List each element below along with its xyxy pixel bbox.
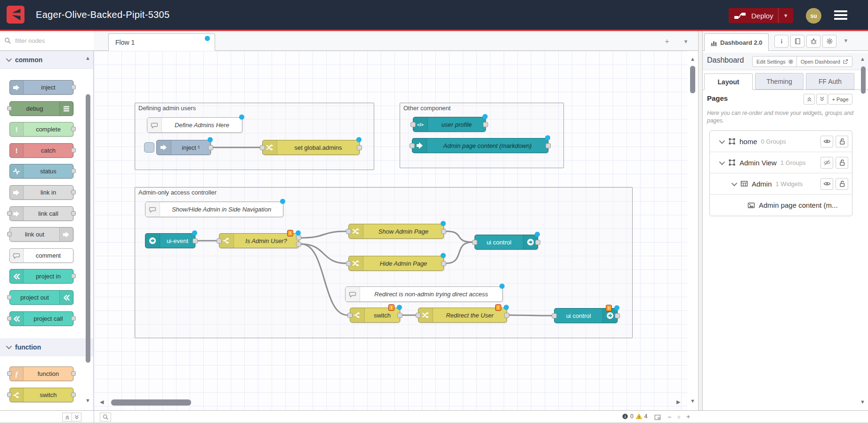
flow-node-set-global-admins[interactable]: set global.admins <box>262 140 360 155</box>
input-port[interactable] <box>7 316 12 321</box>
input-port[interactable] <box>472 240 477 245</box>
output-port[interactable] <box>71 211 76 216</box>
input-port[interactable] <box>410 122 416 127</box>
flow-node-ui-event[interactable]: ui-event <box>145 233 195 248</box>
tab-dashboard-2[interactable]: Dashboard 2.0 <box>704 33 769 51</box>
output-port[interactable] <box>397 313 402 318</box>
tab-theming[interactable]: Theming <box>755 73 804 89</box>
canvas-scroll-left-icon[interactable]: ◀ <box>100 399 104 405</box>
output-port[interactable] <box>193 238 198 244</box>
sidebar-menu-caret-icon[interactable]: ▼ <box>840 35 852 46</box>
main-menu-icon[interactable] <box>834 10 847 20</box>
output-port[interactable] <box>504 313 509 318</box>
deploy-caret-icon[interactable]: ▼ <box>778 8 793 23</box>
chevron-down-icon[interactable] <box>731 180 738 186</box>
zoom-in-button[interactable]: ＋ <box>683 413 693 421</box>
palette-node-status[interactable]: status <box>9 164 73 179</box>
sidebar-scroll-down-icon[interactable]: ▼ <box>860 399 865 405</box>
visibility-toggle-button[interactable] <box>820 136 833 147</box>
output-port[interactable] <box>535 240 540 245</box>
flow-node-user-profile[interactable]: </>user profile <box>413 117 486 132</box>
palette-scroll-down-icon[interactable]: ▼ <box>85 398 90 403</box>
flow-canvas[interactable]: Defining admin usersOther componentAdmin… <box>94 51 687 410</box>
add-flow-button[interactable]: ＋ <box>661 36 673 47</box>
palette-node-link-in[interactable]: link in <box>9 185 73 200</box>
palette-category-function[interactable]: function <box>0 338 94 356</box>
flow-node-switch[interactable]: switch! <box>350 308 400 323</box>
flow-node-inject[interactable]: inject ¹ <box>156 140 211 155</box>
filter-nodes-input[interactable] <box>14 37 77 45</box>
expand-palette-categories-button[interactable] <box>72 413 81 422</box>
flow-node-hide-admin-page[interactable]: Hide Admin Page <box>348 256 444 271</box>
palette-node-project-call[interactable]: project call <box>9 311 73 326</box>
collapse-palette-categories-button[interactable] <box>62 413 72 422</box>
canvas-scroll-up-icon[interactable]: ▲ <box>690 57 695 62</box>
canvas-vscroll-thumb[interactable] <box>690 66 695 93</box>
comment-node-redirect-is-non-admin-trying-direct-access[interactable]: Redirect is non-admin trying direct acce… <box>345 286 503 302</box>
output-port[interactable] <box>483 122 488 127</box>
output-port[interactable] <box>357 145 362 150</box>
visibility-toggle-button[interactable] <box>820 178 833 190</box>
move-page-up-button[interactable] <box>804 94 815 105</box>
input-port[interactable] <box>416 313 421 318</box>
output-port[interactable] <box>71 274 76 278</box>
zoom-out-button[interactable]: − <box>665 413 674 421</box>
sidebar-splitter[interactable] <box>698 31 703 423</box>
input-port[interactable] <box>346 261 351 266</box>
tab-layout[interactable]: Layout <box>704 73 753 90</box>
output-port-2[interactable] <box>296 242 301 247</box>
output-port[interactable] <box>441 229 446 234</box>
tree-row-admin-page-content-m[interactable]: Admin page content (m... <box>710 195 852 216</box>
palette-node-link-out[interactable]: link out <box>9 227 73 242</box>
input-port[interactable] <box>7 232 12 236</box>
visibility-toggle-hidden-button[interactable] <box>820 157 833 169</box>
palette-node-comment[interactable]: comment <box>9 248 73 263</box>
palette-node-project-out[interactable]: project out <box>9 290 73 305</box>
output-port[interactable] <box>71 316 76 321</box>
flow-group-other-component[interactable]: Other component <box>400 103 564 168</box>
flow-list-caret-icon[interactable]: ▼ <box>680 36 691 47</box>
input-port[interactable] <box>7 392 12 397</box>
palette-scroll-up-icon[interactable]: ▲ <box>85 56 90 61</box>
comment-node-show-hide-admin-in-side-navigation[interactable]: Show/Hide Admin in Side Navigation <box>145 202 283 217</box>
config-sidebar-button[interactable] <box>822 35 836 48</box>
output-port[interactable] <box>71 127 76 131</box>
user-avatar[interactable]: su <box>806 8 821 24</box>
comment-node-define-admins-here[interactable]: Define Admins Here <box>147 117 242 133</box>
output-port[interactable] <box>71 190 76 195</box>
output-port[interactable] <box>71 148 76 153</box>
flow-node-admin-page-content-markdown[interactable]: Admin page content (markdown) <box>412 138 548 153</box>
output-port[interactable] <box>71 85 76 89</box>
input-port[interactable] <box>7 295 12 300</box>
tab-ff-auth[interactable]: FF Auth <box>806 73 854 89</box>
output-port[interactable] <box>615 313 620 318</box>
add-page-button[interactable]: + Page <box>828 94 852 105</box>
input-port[interactable] <box>7 106 12 111</box>
zoom-reset-button[interactable]: ○ <box>674 414 683 420</box>
move-page-down-button[interactable] <box>816 94 828 105</box>
flow-node-show-admin-page[interactable]: Show Admin Page <box>348 224 444 239</box>
flow-node-is-admin-user[interactable]: Is Admin User?! <box>219 233 299 248</box>
palette-node-link-call[interactable]: link call <box>9 206 73 221</box>
input-port[interactable] <box>552 313 557 318</box>
navigator-toggle-button[interactable] <box>652 413 663 422</box>
input-port[interactable] <box>260 145 265 150</box>
input-port[interactable] <box>347 313 353 318</box>
input-port[interactable] <box>217 238 222 244</box>
flow-group-defining-admin-users[interactable]: Defining admin users <box>135 103 374 170</box>
input-port[interactable] <box>410 143 415 148</box>
palette-node-complete[interactable]: !complete <box>9 122 73 137</box>
palette-node-debug[interactable]: debug <box>9 101 73 116</box>
output-port[interactable] <box>208 145 213 150</box>
tree-row-home[interactable]: home0 Groups <box>710 131 852 152</box>
search-flows-button[interactable] <box>100 413 111 422</box>
deploy-button[interactable]: Deploy ▼ <box>729 8 793 23</box>
chevron-down-icon[interactable] <box>719 159 725 165</box>
flow-node-ui-control[interactable]: ui control <box>474 235 538 250</box>
input-port[interactable] <box>346 229 351 234</box>
canvas-scroll-right-icon[interactable]: ▶ <box>676 399 680 405</box>
chevron-down-icon[interactable] <box>719 138 725 144</box>
output-port[interactable] <box>546 143 551 148</box>
flow-node-ui-control[interactable]: ui control! <box>554 308 618 323</box>
help-sidebar-button[interactable] <box>790 35 804 48</box>
